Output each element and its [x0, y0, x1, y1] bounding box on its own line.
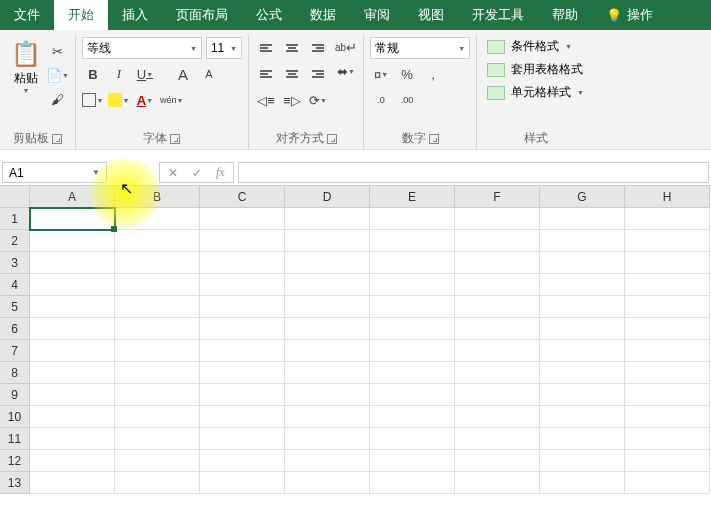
cell[interactable]: [455, 450, 540, 472]
row-header[interactable]: 11: [0, 428, 30, 450]
select-all-corner[interactable]: [0, 186, 30, 208]
column-header[interactable]: G: [540, 186, 625, 208]
cell[interactable]: [200, 208, 285, 230]
cell[interactable]: [370, 472, 455, 494]
cancel-button[interactable]: ✕: [168, 166, 178, 180]
number-format-selector[interactable]: 常规▼: [370, 37, 470, 59]
cell[interactable]: [625, 340, 710, 362]
fill-color-button[interactable]: ▼: [108, 89, 130, 111]
italic-button[interactable]: I: [108, 63, 130, 85]
row-header[interactable]: 6: [0, 318, 30, 340]
font-name-selector[interactable]: 等线▼: [82, 37, 202, 59]
tab-developer[interactable]: 开发工具: [458, 0, 538, 30]
cell[interactable]: [540, 406, 625, 428]
cell[interactable]: [540, 296, 625, 318]
cell[interactable]: [200, 230, 285, 252]
cell[interactable]: [115, 318, 200, 340]
decrease-indent-button[interactable]: ◁≡: [255, 89, 277, 111]
cell[interactable]: [115, 274, 200, 296]
cell[interactable]: [285, 362, 370, 384]
cell[interactable]: [625, 428, 710, 450]
cell[interactable]: [30, 252, 115, 274]
grow-font-button[interactable]: A: [172, 63, 194, 85]
cell[interactable]: [455, 362, 540, 384]
cell[interactable]: [455, 340, 540, 362]
align-right-button[interactable]: [307, 63, 329, 85]
cell[interactable]: [370, 230, 455, 252]
shrink-font-button[interactable]: A: [198, 63, 220, 85]
font-color-button[interactable]: A▼: [134, 89, 156, 111]
borders-button[interactable]: ▼: [82, 89, 104, 111]
cell[interactable]: [115, 450, 200, 472]
cell[interactable]: [115, 296, 200, 318]
cell[interactable]: [540, 208, 625, 230]
cell[interactable]: [285, 296, 370, 318]
cell[interactable]: [115, 208, 200, 230]
cell[interactable]: [285, 472, 370, 494]
cell[interactable]: [285, 384, 370, 406]
increase-decimal-button[interactable]: .0: [370, 89, 392, 111]
percent-button[interactable]: %: [396, 63, 418, 85]
comma-button[interactable]: ,: [422, 63, 444, 85]
cell[interactable]: [285, 340, 370, 362]
cell[interactable]: [370, 362, 455, 384]
column-header[interactable]: D: [285, 186, 370, 208]
merge-button[interactable]: ⬌▼: [335, 60, 357, 82]
column-header[interactable]: H: [625, 186, 710, 208]
cell[interactable]: [30, 274, 115, 296]
tab-file[interactable]: 文件: [0, 0, 54, 30]
cell[interactable]: [115, 406, 200, 428]
cell[interactable]: [540, 318, 625, 340]
tab-formulas[interactable]: 公式: [242, 0, 296, 30]
align-launcher[interactable]: [327, 134, 337, 144]
cell[interactable]: [285, 274, 370, 296]
row-header[interactable]: 4: [0, 274, 30, 296]
format-painter-button[interactable]: 🖌: [46, 88, 69, 110]
cell[interactable]: [455, 406, 540, 428]
cell[interactable]: [370, 340, 455, 362]
cell[interactable]: [455, 252, 540, 274]
row-header[interactable]: 12: [0, 450, 30, 472]
cell[interactable]: [285, 230, 370, 252]
cell[interactable]: [285, 208, 370, 230]
phonetic-button[interactable]: wén▼: [160, 89, 183, 111]
cell[interactable]: [30, 472, 115, 494]
cell[interactable]: [200, 428, 285, 450]
cell[interactable]: [200, 384, 285, 406]
cell[interactable]: [30, 450, 115, 472]
paste-button[interactable]: 📋 粘贴 ▼: [6, 36, 46, 127]
underline-button[interactable]: U▼: [134, 63, 156, 85]
cell[interactable]: [625, 274, 710, 296]
cell[interactable]: [370, 252, 455, 274]
insert-function-button[interactable]: fx: [216, 165, 225, 180]
cell[interactable]: [625, 318, 710, 340]
cell[interactable]: [115, 230, 200, 252]
tab-page-layout[interactable]: 页面布局: [162, 0, 242, 30]
cell[interactable]: [30, 428, 115, 450]
cell[interactable]: [540, 428, 625, 450]
formula-input[interactable]: [238, 162, 709, 183]
cell[interactable]: [540, 362, 625, 384]
tab-tell-me[interactable]: 💡 操作: [592, 0, 667, 30]
align-top-button[interactable]: [255, 37, 277, 59]
orientation-button[interactable]: ⟳▼: [307, 89, 329, 111]
cell[interactable]: [540, 230, 625, 252]
number-launcher[interactable]: [429, 134, 439, 144]
row-header[interactable]: 13: [0, 472, 30, 494]
cell[interactable]: [540, 450, 625, 472]
column-header[interactable]: F: [455, 186, 540, 208]
cell[interactable]: [540, 252, 625, 274]
align-bottom-button[interactable]: [307, 37, 329, 59]
cell[interactable]: [30, 384, 115, 406]
cell[interactable]: [455, 230, 540, 252]
cell[interactable]: [540, 472, 625, 494]
tab-view[interactable]: 视图: [404, 0, 458, 30]
cell[interactable]: [625, 208, 710, 230]
format-table-button[interactable]: 套用表格格式: [483, 59, 588, 80]
tab-review[interactable]: 审阅: [350, 0, 404, 30]
cell[interactable]: [455, 384, 540, 406]
cell[interactable]: [30, 230, 115, 252]
cell[interactable]: [285, 428, 370, 450]
row-header[interactable]: 7: [0, 340, 30, 362]
cut-button[interactable]: ✂: [46, 40, 69, 62]
